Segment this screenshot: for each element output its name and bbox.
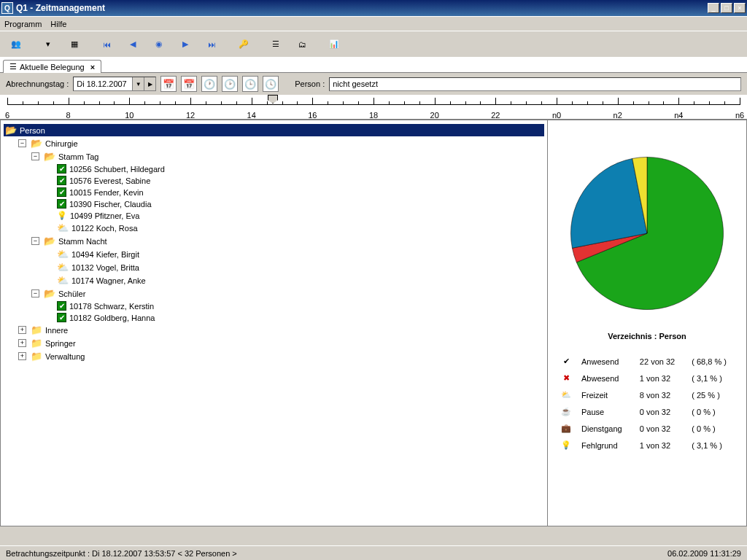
date-combo[interactable]: ▼ ▶: [73, 77, 156, 91]
collapse-icon[interactable]: −: [31, 152, 39, 160]
menu-hilfe[interactable]: Hilfe: [50, 20, 66, 28]
folder-open-icon: 📂: [5, 125, 17, 136]
tab-aktuelle-belegung[interactable]: ☰ Aktuelle Belegung ×: [3, 60, 101, 73]
nav-prev-icon[interactable]: ◀: [124, 36, 142, 53]
tab-bar: ☰ Aktuelle Belegung ×: [0, 57, 747, 73]
tree-stamm-tag[interactable]: − 📂 Stamm Tag: [30, 150, 544, 163]
minimize-button[interactable]: _: [708, 3, 719, 13]
legend-title: Verzeichnis : Person: [608, 332, 686, 341]
calendar-red2-icon[interactable]: 📅: [181, 76, 197, 92]
collapse-icon[interactable]: −: [31, 237, 39, 245]
tree-person-10494[interactable]: ⛅10494 Kiefer, Birgit: [43, 248, 544, 260]
tree-person-10132[interactable]: ⛅10132 Vogel, Britta: [43, 261, 544, 273]
close-button[interactable]: ×: [734, 3, 746, 13]
fehlgrund-icon: 💡: [561, 440, 571, 449]
freetime-icon: ⛅: [561, 390, 571, 399]
toolbar: 👥 ▾ ▦ ⏮ ◀ ◉ ▶ ⏭ 🔑 ☰ 🗂 📊: [0, 31, 747, 57]
tree-person-10576[interactable]: ✔10576 Everest, Sabine: [43, 175, 544, 186]
tab-close-icon[interactable]: ×: [90, 63, 95, 71]
ruler-label: 22: [491, 111, 500, 120]
present-icon: ✔: [57, 164, 66, 174]
tree-springer[interactable]: +📁Springer: [17, 337, 544, 349]
maximize-button[interactable]: □: [721, 3, 732, 13]
tree-person-10174[interactable]: ⛅10174 Wagner, Anke: [43, 274, 544, 287]
freetime-icon: ⛅: [57, 275, 69, 286]
menu-programm[interactable]: Programm: [4, 20, 42, 28]
present-icon: ✔: [57, 199, 66, 209]
clock2-icon[interactable]: 🕑: [222, 76, 238, 92]
present-icon: ✔: [57, 187, 66, 197]
ruler-label: 20: [430, 111, 439, 120]
tool-persons-icon[interactable]: 👥: [7, 36, 25, 53]
person-field[interactable]: nicht gesetzt: [329, 77, 741, 91]
date-dropdown-icon[interactable]: ▼: [132, 77, 144, 90]
tool-calendar-icon[interactable]: ▦: [66, 36, 83, 53]
tree-person-10015[interactable]: ✔10015 Fender, Kevin: [43, 187, 544, 198]
tree-verwaltung[interactable]: +📁Verwaltung: [17, 350, 544, 362]
tool-tree-icon[interactable]: 🗂: [293, 36, 311, 53]
tab-label: Aktuelle Belegung: [20, 63, 85, 71]
collapse-icon[interactable]: −: [31, 289, 39, 298]
expand-icon[interactable]: +: [18, 352, 26, 360]
nav-last-icon[interactable]: ⏭: [203, 36, 220, 53]
calendar-red-icon[interactable]: 📅: [160, 76, 177, 92]
folder-open-icon: 📂: [44, 151, 55, 162]
present-icon: ✔: [563, 357, 570, 365]
nav-first-icon[interactable]: ⏮: [98, 36, 115, 53]
tree-stamm-nacht[interactable]: − 📂 Stamm Nacht: [30, 235, 544, 247]
expand-icon[interactable]: +: [18, 326, 26, 334]
tab-icon: ☰: [9, 62, 17, 71]
legend-row-abwesend: ✖ Abwesend 1 von 32 ( 3,1 % ): [557, 370, 738, 386]
tree-person-10122[interactable]: ⛅10122 Koch, Rosa: [43, 222, 544, 234]
legend-row-fehlgrund: 💡 Fehlgrund 1 von 32 ( 3,1 % ): [557, 438, 738, 453]
tree-person-10178[interactable]: ✔10178 Schwarz, Kerstin: [43, 300, 544, 311]
timeline-ruler: 6810121416182022n0n2n4n6: [0, 95, 747, 120]
ruler-label: n6: [735, 111, 744, 120]
tree-person-10499[interactable]: 💡10499 Pfitzner, Eva: [43, 210, 544, 221]
tool-list-icon[interactable]: ☰: [267, 36, 285, 53]
date-input[interactable]: [74, 77, 132, 90]
menu-bar: Programm Hilfe: [0, 16, 747, 31]
status-left: Betrachtungszeitpunkt : Di 18.12.2007 13…: [6, 549, 237, 558]
tree-panel: 📂 Person − 📂 Chirurgie −: [1, 120, 548, 526]
present-icon: ✔: [57, 301, 66, 311]
legend-row-dienstgang: 💼 Dienstgang 0 von 32 ( 0 % ): [557, 421, 738, 436]
tool-key-icon[interactable]: 🔑: [235, 36, 252, 53]
clock1-icon[interactable]: 🕐: [201, 76, 217, 92]
tool-chart-icon[interactable]: 📊: [325, 36, 343, 53]
legend-row-anwesend: ✔ Anwesend 22 von 32 ( 68,8 % ): [557, 354, 738, 369]
clock4-icon[interactable]: 🕓: [263, 76, 279, 92]
folder-open-icon: 📂: [44, 288, 55, 299]
tree-person-10390[interactable]: ✔10390 Fischer, Claudia: [43, 198, 544, 209]
tree-person-10182[interactable]: ✔10182 Goldberg, Hanna: [43, 312, 544, 323]
clock3-icon[interactable]: 🕒: [242, 76, 258, 92]
date-label: Abrechnungstag :: [6, 79, 69, 88]
status-right: 06.02.2009 11:31:29: [667, 549, 741, 558]
tree-chirurgie[interactable]: − 📂 Chirurgie: [17, 137, 544, 149]
ruler-label: 8: [66, 111, 71, 120]
nav-now-icon[interactable]: ◉: [150, 36, 168, 53]
status-bar: Betrachtungszeitpunkt : Di 18.12.2007 13…: [0, 545, 747, 560]
pause-icon: ☕: [561, 407, 571, 416]
expand-icon[interactable]: +: [18, 339, 26, 347]
tree-schueler[interactable]: − 📂 Schüler: [30, 287, 544, 300]
tool-filter-icon[interactable]: ▾: [39, 36, 57, 53]
nav-next-icon[interactable]: ▶: [177, 36, 194, 53]
tree-root-person[interactable]: 📂 Person: [4, 124, 544, 136]
tree-innere[interactable]: +📁Innere: [17, 324, 544, 336]
folder-open-icon: 📂: [44, 236, 55, 246]
chart-panel: Verzeichnis : Person ✔ Anwesend 22 von 3…: [548, 120, 746, 526]
ruler-label: n2: [614, 111, 622, 120]
bulb-icon: 💡: [57, 211, 67, 220]
date-apply-icon[interactable]: ▶: [144, 77, 155, 90]
tree-root-label: Person: [20, 126, 45, 135]
ruler-label: 6: [5, 111, 9, 120]
ruler-label: n4: [674, 111, 683, 120]
person-label: Person :: [295, 79, 325, 88]
dienstgang-icon: 💼: [561, 424, 571, 432]
tree-person-10256[interactable]: ✔10256 Schubert, Hildegard: [43, 163, 544, 174]
ruler-label: 18: [369, 111, 378, 120]
collapse-icon[interactable]: −: [18, 139, 26, 147]
folder-icon: 📁: [31, 338, 42, 349]
pie-chart: [563, 149, 731, 317]
